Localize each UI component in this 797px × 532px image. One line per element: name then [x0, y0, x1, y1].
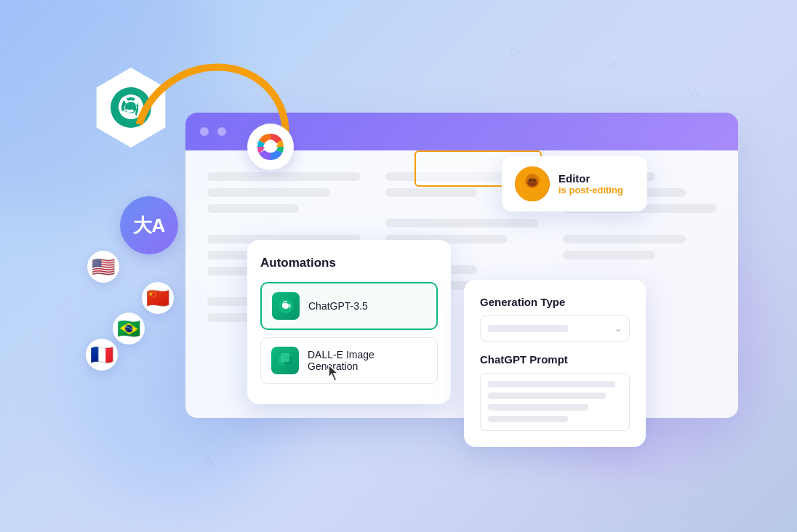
svg-point-2: [265, 142, 276, 152]
editor-status-value: post-editing: [569, 185, 622, 196]
editor-info: Editor is post-editing: [558, 172, 623, 196]
prompt-line: [488, 392, 606, 399]
translate-icon: 大A: [133, 213, 166, 238]
gen-type-select[interactable]: ⌄: [480, 315, 630, 342]
gen-type-title: Generation Type: [480, 296, 630, 308]
flag-us: 🇺🇸: [87, 251, 119, 283]
editor-avatar: [515, 166, 550, 201]
flag-fr: 🇫🇷: [86, 339, 118, 371]
prompt-line: [488, 416, 568, 422]
automations-title: Automations: [260, 256, 438, 270]
editor-card: Editor is post-editing: [502, 156, 647, 211]
placeholder-row: [563, 251, 654, 259]
placeholder-row: [385, 219, 539, 227]
notion-logo: [247, 124, 294, 170]
chatgpt-prompt-title: ChatGPT Prompt: [480, 353, 630, 366]
prompt-textarea[interactable]: [480, 373, 630, 431]
flag-cn: 🇨🇳: [142, 282, 174, 314]
notion-logo-icon: [256, 132, 285, 161]
chevron-down-icon: ⌄: [614, 323, 622, 334]
automations-card: Automations ChatGPT-3.5 DALL-E Image Gen…: [247, 240, 451, 404]
chatgpt-icon-box: [272, 292, 300, 320]
scene: ◇ ◇ ◇ ◇ ◇ △ △ △: [0, 0, 797, 532]
automation-item-dalle[interactable]: DALL-E Image Generation: [260, 337, 438, 384]
editor-avatar-image: [515, 166, 550, 201]
svg-point-9: [527, 178, 537, 187]
chatgpt-icon: [278, 298, 294, 314]
flag-br: 🇧🇷: [113, 313, 145, 344]
editor-name: Editor: [558, 172, 623, 185]
svg-rect-6: [281, 353, 289, 362]
cursor: [326, 363, 342, 384]
svg-point-10: [529, 180, 531, 181]
svg-point-11: [534, 180, 535, 181]
placeholder-row: [385, 188, 477, 197]
gen-type-card: Generation Type ⌄ ChatGPT Prompt: [464, 280, 646, 447]
automation-item-chatgpt[interactable]: ChatGPT-3.5: [260, 282, 438, 330]
chatgpt-label: ChatGPT-3.5: [308, 300, 368, 312]
dalle-icon: [277, 352, 293, 368]
placeholder-row: [563, 235, 686, 243]
svg-rect-13: [525, 190, 540, 201]
prompt-line: [488, 404, 588, 411]
prompt-line: [488, 381, 615, 387]
dalle-icon-box: [271, 347, 299, 374]
gen-select-placeholder-bar: [488, 325, 568, 332]
editor-status: is post-editing: [558, 185, 623, 196]
editor-status-prefix: is: [558, 185, 569, 196]
